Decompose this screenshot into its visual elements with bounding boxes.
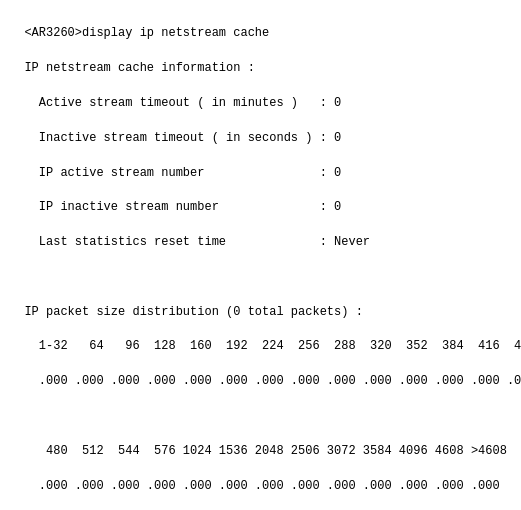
line-9: 1-32 64 96 128 160 192 224 256 288 320 3… — [24, 339, 521, 353]
line-12: 480 512 544 576 1024 1536 2048 2506 3072… — [24, 444, 506, 458]
line-10: .000 .000 .000 .000 .000 .000 .000 .000 … — [24, 374, 521, 388]
line-4: IP active stream number : 0 — [24, 166, 341, 180]
line-8: IP packet size distribution (0 total pac… — [24, 305, 362, 319]
line-13: .000 .000 .000 .000 .000 .000 .000 .000 … — [24, 479, 499, 493]
line-3: Inactive stream timeout ( in seconds ) :… — [24, 131, 341, 145]
line-1: IP netstream cache information : — [24, 61, 254, 75]
line-5: IP inactive stream number : 0 — [24, 200, 341, 214]
terminal-output: <AR3260>display ip netstream cache IP ne… — [10, 8, 511, 510]
line-0: <AR3260>display ip netstream cache — [24, 26, 269, 40]
line-6: Last statistics reset time : Never — [24, 235, 370, 249]
line-2: Active stream timeout ( in minutes ) : 0 — [24, 96, 341, 110]
